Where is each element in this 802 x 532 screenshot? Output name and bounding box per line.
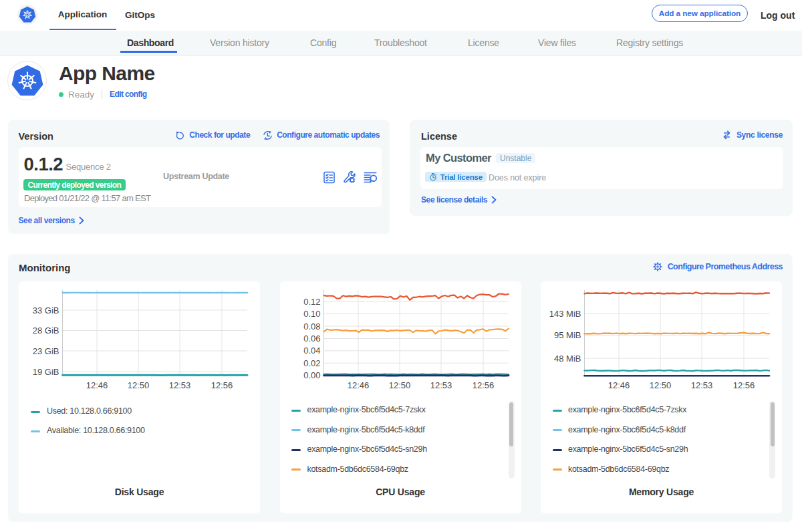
svg-text:12:53: 12:53	[430, 380, 452, 390]
svg-text:0.10: 0.10	[303, 309, 320, 319]
svg-text:23 GiB: 23 GiB	[33, 346, 59, 356]
svg-text:28 GiB: 28 GiB	[33, 325, 59, 336]
svg-text:12:46: 12:46	[347, 380, 369, 390]
svg-text:12:56: 12:56	[472, 380, 494, 390]
svg-text:48 MiB: 48 MiB	[554, 354, 581, 364]
svg-text:0.04: 0.04	[303, 346, 320, 356]
svg-text:33 GiB: 33 GiB	[33, 305, 59, 315]
svg-text:95 MiB: 95 MiB	[554, 330, 581, 340]
svg-text:19 GiB: 19 GiB	[33, 367, 59, 377]
svg-text:0.08: 0.08	[303, 321, 320, 331]
svg-text:0.06: 0.06	[303, 334, 320, 344]
svg-text:12:50: 12:50	[650, 380, 672, 390]
svg-text:12:46: 12:46	[608, 380, 630, 390]
svg-text:12:53: 12:53	[169, 380, 191, 390]
svg-text:0.00: 0.00	[303, 370, 320, 380]
svg-text:12:56: 12:56	[211, 380, 233, 390]
svg-text:0.02: 0.02	[303, 358, 320, 368]
svg-text:12:56: 12:56	[733, 380, 755, 390]
svg-text:12:53: 12:53	[691, 380, 713, 390]
svg-text:143 MiB: 143 MiB	[549, 309, 581, 319]
svg-text:12:50: 12:50	[388, 380, 410, 390]
svg-text:12:46: 12:46	[86, 380, 108, 390]
svg-text:0.12: 0.12	[303, 297, 320, 307]
svg-text:12:50: 12:50	[128, 380, 150, 390]
